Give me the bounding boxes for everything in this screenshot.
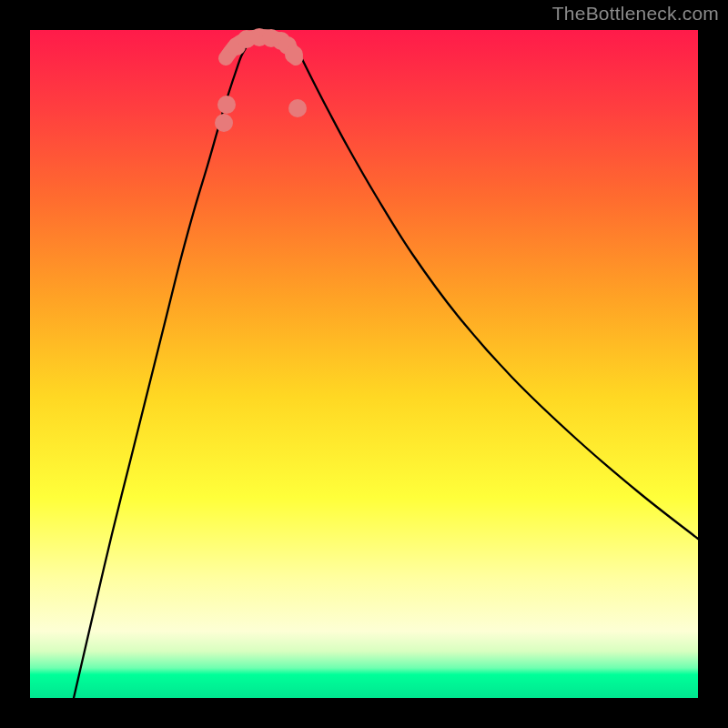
valley-markers bbox=[215, 28, 307, 132]
valley-marker-dot bbox=[217, 96, 236, 114]
watermark-text: TheBottleneck.com bbox=[552, 3, 719, 25]
valley-marker-dot bbox=[288, 99, 307, 117]
plot-area bbox=[30, 30, 698, 698]
valley-marker-dot bbox=[285, 46, 303, 64]
curve-left-limb bbox=[74, 46, 247, 698]
valley-marker-dot bbox=[215, 114, 233, 132]
outer-frame: TheBottleneck.com bbox=[0, 0, 728, 728]
curve-right-limb bbox=[296, 46, 698, 539]
chart-svg bbox=[30, 30, 698, 698]
